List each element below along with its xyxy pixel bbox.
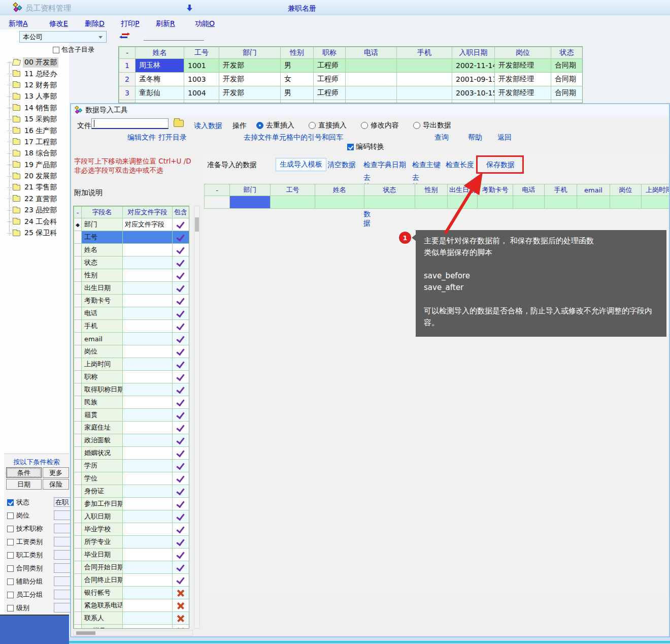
browse-folder-icon[interactable] [174, 120, 184, 127]
grid-column-header[interactable]: 上岗时间 [642, 184, 669, 196]
field-name-cell[interactable]: 工号 [82, 231, 123, 244]
toolbar-menu-item[interactable]: 刷新R [156, 19, 175, 28]
condition-value-input[interactable] [54, 510, 71, 520]
field-file-cell[interactable] [123, 472, 173, 485]
field-file-cell[interactable] [123, 396, 173, 409]
field-row[interactable]: 合同终止日期 [74, 574, 189, 587]
filter-tab-button[interactable]: 更多 [43, 467, 69, 478]
condition-checkbox[interactable] [7, 539, 14, 545]
company-select[interactable]: 本公司 [19, 31, 107, 43]
field-name-cell[interactable]: 学历 [82, 460, 123, 472]
field-row[interactable]: 性别 [74, 269, 189, 282]
tree-item[interactable]: 11 总经办 [5, 68, 69, 79]
toolbar-menu-item[interactable]: 新增A [9, 19, 28, 28]
field-file-cell[interactable] [123, 447, 173, 460]
field-row[interactable]: 手机 [74, 320, 189, 333]
field-file-cell[interactable] [123, 625, 173, 629]
preview-action-button[interactable]: 检查字典日期 [363, 160, 406, 170]
preview-action-button[interactable]: 生成导入模板 [276, 158, 326, 171]
field-row[interactable]: 籍贯 [74, 409, 189, 422]
field-name-cell[interactable]: 银行帐号 [82, 587, 123, 599]
field-column-header[interactable]: 包含 [173, 207, 189, 218]
grid-column-header[interactable]: 岗位 [610, 184, 642, 196]
swap-icon[interactable] [122, 34, 130, 39]
field-file-cell[interactable] [123, 599, 173, 612]
field-row[interactable]: 毕业日期 [74, 549, 189, 561]
condition-value-input[interactable] [54, 524, 71, 533]
field-row[interactable]: 姓名 [74, 244, 189, 256]
condition-checkbox[interactable] [7, 565, 14, 572]
field-name-cell[interactable]: 学位 [82, 472, 123, 485]
employee-column-header[interactable]: 电话 [346, 47, 397, 59]
field-name-cell[interactable]: 民族 [82, 396, 123, 409]
toolbar-menu-item[interactable]: 修改E [49, 19, 68, 28]
field-include-mark[interactable] [173, 320, 189, 333]
field-row[interactable]: 合同开始日期 [74, 561, 189, 574]
field-file-cell[interactable] [123, 510, 173, 523]
tree-item[interactable]: 17 工程部 [5, 137, 69, 148]
employee-column-header[interactable]: 性别 [281, 47, 314, 59]
field-file-cell[interactable] [123, 523, 173, 536]
tree-item[interactable]: 19 产品部 [5, 159, 69, 171]
field-file-cell[interactable]: 对应文件字段 [123, 218, 173, 231]
field-name-cell[interactable]: 合同开始日期 [82, 561, 123, 574]
employee-row[interactable]: 3 童彭仙 1004 开发部 男 工程师 2003-10-15 开发部经理 合同… [119, 86, 583, 100]
condition-checkbox[interactable] [7, 592, 14, 598]
file-path-input[interactable] [91, 118, 169, 129]
field-include-mark[interactable] [173, 333, 189, 345]
field-row[interactable]: 取得职称日期 [74, 383, 189, 396]
field-file-cell[interactable] [123, 269, 173, 282]
field-include-mark[interactable] [173, 612, 189, 625]
field-row[interactable]: 参加工作日期 [74, 498, 189, 510]
tree-item[interactable]: 24 工会科 [5, 216, 69, 227]
condition-value-input[interactable] [54, 563, 71, 573]
employee-column-header[interactable]: 职称 [314, 47, 346, 59]
field-name-cell[interactable]: 岗位 [82, 345, 123, 358]
field-row[interactable]: 身份证 [74, 485, 189, 498]
tree-item[interactable]: 22 直营部 [5, 194, 69, 205]
operation-radio[interactable]: 直接插入 [309, 121, 347, 130]
field-name-cell[interactable]: 上岗时间 [82, 358, 123, 371]
operation-radio[interactable]: 去重插入 [256, 121, 294, 130]
employee-column-header[interactable]: 岗位 [495, 47, 551, 59]
field-file-cell[interactable] [123, 460, 173, 472]
field-row[interactable]: ◆ 部门 对应文件字段 [74, 218, 189, 231]
field-row[interactable]: 政治面貌 [74, 434, 189, 447]
employee-column-header[interactable]: 状态 [551, 47, 583, 59]
tree-item[interactable]: 16 生产部 [5, 125, 69, 136]
field-file-cell[interactable] [123, 422, 173, 434]
edit-file-button[interactable]: 编辑文件 [127, 133, 156, 142]
field-name-cell[interactable]: 性别 [82, 269, 123, 282]
field-name-cell[interactable]: email [82, 333, 123, 345]
field-include-mark[interactable] [173, 282, 189, 295]
field-row[interactable]: 电话 [74, 307, 189, 320]
field-file-cell[interactable] [123, 231, 173, 244]
field-file-cell[interactable] [123, 612, 173, 625]
field-row[interactable]: 紧急联系电话 [74, 599, 189, 612]
field-row[interactable]: 考勤卡号 [74, 295, 189, 307]
operation-radio[interactable]: 导出数据 [413, 121, 451, 130]
employee-row[interactable]: 1 周玉林 1001 开发部 男 工程师 2002-11-14 开发部经理 合同… [119, 59, 583, 73]
field-include-mark[interactable] [173, 231, 189, 244]
field-row[interactable]: 岗位 [74, 345, 189, 358]
field-row[interactable]: 学历 [74, 460, 189, 472]
field-include-mark[interactable] [173, 587, 189, 599]
field-include-mark[interactable] [173, 561, 189, 574]
tree-item[interactable]: 13 人事部 [5, 91, 69, 102]
field-file-cell[interactable] [123, 574, 173, 587]
field-row[interactable]: 状态 [74, 256, 189, 269]
field-name-cell[interactable]: 家庭住址 [82, 422, 123, 434]
field-include-mark[interactable] [173, 447, 189, 460]
field-include-mark[interactable] [173, 422, 189, 434]
condition-checkbox[interactable] [7, 499, 14, 506]
field-file-cell[interactable] [123, 358, 173, 371]
field-file-cell[interactable] [123, 244, 173, 256]
tree-item[interactable]: 18 综合部 [5, 148, 69, 159]
field-include-mark[interactable] [173, 244, 189, 256]
field-file-cell[interactable] [123, 295, 173, 307]
tree-item[interactable]: 14 销售部 [5, 103, 69, 114]
field-include-mark[interactable] [173, 510, 189, 523]
tree-item[interactable]: 15 采购部 [5, 114, 69, 125]
grid-column-header[interactable]: 手机 [545, 184, 577, 196]
field-row[interactable]: 学位 [74, 472, 189, 485]
